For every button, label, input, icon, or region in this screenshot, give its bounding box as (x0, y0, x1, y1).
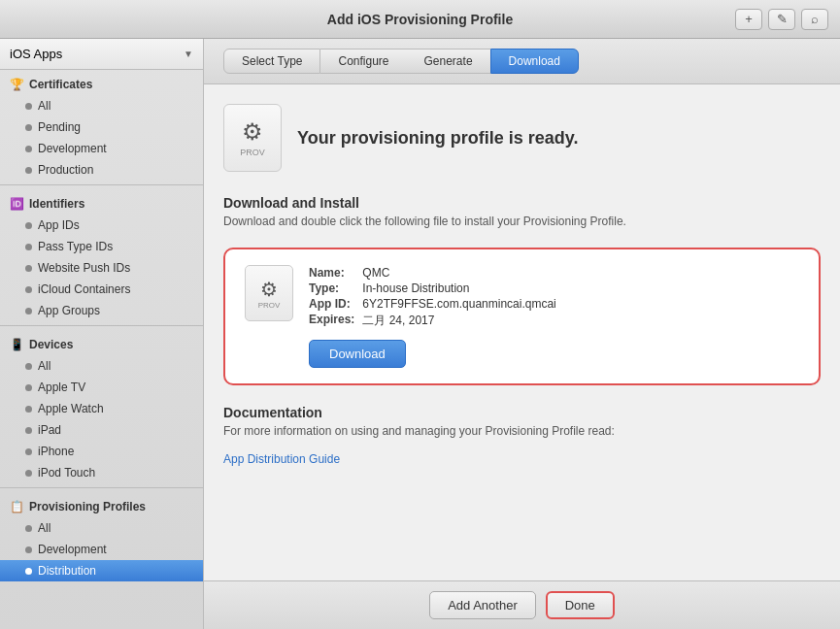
platform-dropdown[interactable]: iOS Apps ▼ (0, 39, 203, 70)
dot-icon (25, 470, 32, 477)
sidebar-item-pass-type-ids[interactable]: Pass Type IDs (0, 236, 203, 257)
dot-icon (25, 384, 32, 391)
edit-button[interactable]: ✎ (768, 9, 795, 30)
app-distribution-guide-link[interactable]: App Distribution Guide (223, 452, 340, 466)
sidebar-item-iphone[interactable]: iPhone (0, 441, 203, 462)
table-row: Expires: 二月 24, 2017 (309, 312, 564, 330)
dot-icon (25, 265, 32, 272)
gear-icon: ⚙ (242, 118, 263, 146)
dot-icon (25, 308, 32, 314)
divider (0, 487, 203, 488)
content-area: Select Type Configure Generate Download … (204, 39, 840, 629)
profile-details-table: Name: QMC Type: In-house Distribution Ap… (309, 265, 564, 330)
sidebar-item-ipod-touch[interactable]: iPod Touch (0, 462, 203, 483)
table-row: Name: QMC (309, 265, 564, 281)
documentation-section: Documentation For more information on us… (223, 405, 821, 466)
certificates-icon: 🏆 (10, 78, 23, 91)
section-certificates-label: Certificates (29, 78, 92, 91)
prov-icon-small: ⚙ PROV (245, 265, 293, 321)
dot-icon (25, 448, 32, 455)
wizard-steps: Select Type Configure Generate Download (204, 39, 840, 84)
dot-icon (25, 103, 32, 110)
table-row: Type: In-house Distribution (309, 281, 564, 296)
prov-small-label: PROV (258, 301, 281, 310)
sidebar-item-certs-all[interactable]: All (0, 95, 203, 116)
sidebar-item-certs-pending[interactable]: Pending (0, 116, 203, 138)
download-section-title: Download and Install (223, 195, 821, 211)
sidebar-item-ipad[interactable]: iPad (0, 419, 203, 441)
dot-icon (25, 124, 32, 131)
table-row: App ID: 6Y2TF9FFSE.com.quanmincai.qmcai (309, 296, 564, 312)
sidebar-item-devices-all[interactable]: All (0, 355, 203, 377)
download-section-desc: Download and double click the following … (223, 215, 821, 228)
profile-ready-title: Your provisioning profile is ready. (297, 128, 578, 149)
sidebar-item-certs-production[interactable]: Production (0, 159, 203, 181)
name-value: QMC (362, 265, 563, 281)
dot-icon (25, 525, 32, 532)
done-button[interactable]: Done (546, 591, 615, 619)
dot-icon (25, 222, 32, 229)
expires-value: 二月 24, 2017 (362, 312, 563, 330)
step-generate[interactable]: Generate (407, 49, 490, 74)
sidebar-item-apple-watch[interactable]: Apple Watch (0, 398, 203, 419)
sidebar-item-app-groups[interactable]: App Groups (0, 300, 203, 321)
dropdown-arrow-icon: ▼ (184, 49, 193, 59)
divider (0, 184, 203, 185)
section-identifiers: 🆔 Identifiers (0, 189, 203, 215)
name-label: Name: (309, 265, 362, 281)
provisioning-profiles-icon: 📋 (10, 500, 23, 513)
doc-desc: For more information on using and managi… (223, 424, 821, 438)
type-value: In-house Distribution (362, 281, 563, 296)
download-profile-button[interactable]: Download (309, 340, 406, 368)
divider (0, 325, 203, 326)
dot-icon (25, 146, 32, 152)
content-body: ⚙ PROV Your provisioning profile is read… (204, 84, 840, 580)
devices-icon: 📱 (10, 338, 23, 351)
doc-title: Documentation (223, 405, 821, 420)
dot-icon (25, 568, 32, 575)
identifiers-icon: 🆔 (10, 197, 23, 211)
dot-icon (25, 363, 32, 370)
title-bar: Add iOS Provisioning Profile + ✎ ⌕ (0, 0, 840, 39)
sidebar-item-app-ids[interactable]: App IDs (0, 215, 203, 236)
download-install-section: Download and Install Download and double… (223, 195, 821, 228)
dot-icon (25, 546, 32, 553)
sidebar-item-profiles-development[interactable]: Development (0, 539, 203, 560)
window-title: Add iOS Provisioning Profile (327, 12, 513, 27)
section-identifiers-label: Identifiers (29, 197, 84, 211)
section-certificates: 🏆 Certificates (0, 70, 203, 95)
sidebar-item-icloud-containers[interactable]: iCloud Containers (0, 279, 203, 300)
add-button[interactable]: + (735, 9, 762, 30)
profile-card: ⚙ PROV Name: QMC Type: In-house Distribu… (223, 248, 821, 385)
search-button[interactable]: ⌕ (801, 9, 828, 30)
main-layout: iOS Apps ▼ 🏆 Certificates All Pending De… (0, 39, 840, 629)
dot-icon (25, 167, 32, 174)
profile-info: Name: QMC Type: In-house Distribution Ap… (309, 265, 799, 368)
step-configure[interactable]: Configure (320, 49, 406, 74)
section-devices: 📱 Devices (0, 330, 203, 355)
type-label: Type: (309, 281, 362, 296)
bottom-bar: Add Another Done (204, 580, 840, 629)
appid-label: App ID: (309, 296, 362, 312)
add-another-button[interactable]: Add Another (429, 591, 536, 619)
sidebar-item-certs-development[interactable]: Development (0, 138, 203, 159)
dot-icon (25, 427, 32, 434)
prov-icon-large: ⚙ PROV (223, 104, 282, 172)
prov-icon-label: PROV (240, 148, 265, 157)
step-download[interactable]: Download (490, 49, 579, 74)
dot-icon (25, 406, 32, 413)
sidebar-item-profiles-distribution[interactable]: Distribution (0, 560, 203, 581)
sidebar-item-website-push-ids[interactable]: Website Push IDs (0, 257, 203, 279)
dot-icon (25, 286, 32, 293)
step-select-type[interactable]: Select Type (223, 49, 320, 74)
section-devices-label: Devices (29, 338, 73, 351)
gear-icon-small: ⚙ (260, 278, 278, 301)
sidebar-item-profiles-all[interactable]: All (0, 517, 203, 539)
profile-ready-section: ⚙ PROV Your provisioning profile is read… (223, 104, 821, 172)
sidebar: iOS Apps ▼ 🏆 Certificates All Pending De… (0, 39, 204, 629)
dot-icon (25, 244, 32, 250)
section-provisioning-profiles: 📋 Provisioning Profiles (0, 492, 203, 517)
section-provisioning-label: Provisioning Profiles (29, 500, 146, 513)
sidebar-item-apple-tv[interactable]: Apple TV (0, 377, 203, 398)
appid-value: 6Y2TF9FFSE.com.quanmincai.qmcai (362, 296, 563, 312)
